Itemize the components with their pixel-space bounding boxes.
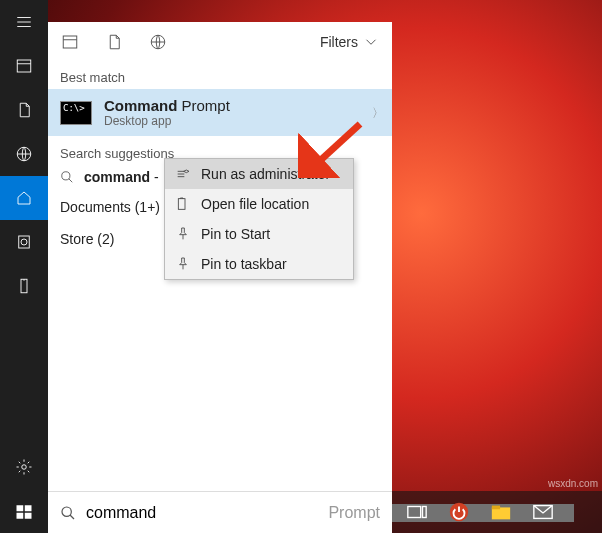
chevron-right-icon[interactable]: 〉 bbox=[372, 104, 384, 121]
svg-rect-21 bbox=[492, 506, 500, 510]
context-menu-pin-start[interactable]: Pin to Start bbox=[165, 219, 353, 249]
documents-tab-icon[interactable] bbox=[0, 88, 48, 132]
svg-rect-2 bbox=[19, 236, 30, 248]
result-title: Command Prompt bbox=[104, 97, 230, 114]
pin-icon bbox=[175, 226, 191, 242]
svg-rect-10 bbox=[25, 513, 32, 519]
svg-point-13 bbox=[62, 172, 70, 180]
device-tab-icon[interactable] bbox=[0, 264, 48, 308]
web-filter-icon[interactable] bbox=[148, 32, 168, 52]
documents-filter-icon[interactable] bbox=[104, 32, 124, 52]
svg-rect-14 bbox=[178, 199, 185, 210]
apps-tab-icon[interactable] bbox=[0, 44, 48, 88]
result-subtitle: Desktop app bbox=[104, 114, 230, 128]
chevron-down-icon bbox=[362, 33, 380, 51]
context-menu: Run as administrator Open file location … bbox=[164, 158, 354, 280]
power-icon[interactable] bbox=[448, 501, 470, 523]
svg-rect-8 bbox=[25, 505, 32, 511]
folder-icon bbox=[175, 196, 191, 212]
best-match-result[interactable]: C:\> Command Prompt Desktop app 〉 bbox=[48, 89, 392, 136]
home-tab-icon[interactable] bbox=[0, 176, 48, 220]
recent-tab-icon[interactable] bbox=[0, 220, 48, 264]
context-menu-open-location[interactable]: Open file location bbox=[165, 189, 353, 219]
svg-rect-0 bbox=[17, 60, 31, 72]
svg-rect-9 bbox=[17, 513, 24, 519]
filters-label: Filters bbox=[320, 34, 358, 50]
apps-filter-icon[interactable] bbox=[60, 32, 80, 52]
svg-rect-7 bbox=[17, 505, 24, 511]
mail-icon[interactable] bbox=[532, 501, 554, 523]
svg-rect-11 bbox=[63, 36, 77, 48]
pin-icon bbox=[175, 256, 191, 272]
best-match-heading: Best match bbox=[48, 62, 392, 89]
task-view-icon[interactable] bbox=[406, 501, 428, 523]
command-prompt-icon: C:\> bbox=[60, 101, 92, 125]
svg-point-5 bbox=[22, 465, 27, 470]
start-button[interactable] bbox=[0, 491, 48, 533]
context-menu-run-as-admin[interactable]: Run as administrator bbox=[165, 159, 353, 189]
settings-icon[interactable] bbox=[0, 445, 48, 489]
admin-shield-icon bbox=[175, 166, 191, 182]
context-menu-pin-taskbar[interactable]: Pin to taskbar bbox=[165, 249, 353, 279]
svg-rect-17 bbox=[408, 507, 421, 518]
search-panel-header: Filters bbox=[48, 22, 392, 62]
file-explorer-icon[interactable] bbox=[490, 501, 512, 523]
menu-icon[interactable] bbox=[0, 0, 48, 44]
svg-point-3 bbox=[21, 239, 27, 245]
cortana-sidebar bbox=[0, 0, 48, 533]
search-input-bar: Prompt bbox=[48, 491, 392, 533]
filters-dropdown[interactable]: Filters bbox=[320, 33, 380, 51]
svg-rect-4 bbox=[21, 279, 27, 293]
search-icon bbox=[60, 505, 76, 521]
search-icon bbox=[60, 170, 74, 184]
search-ghost-text: Prompt bbox=[328, 504, 380, 522]
web-tab-icon[interactable] bbox=[0, 132, 48, 176]
taskbar bbox=[392, 491, 602, 533]
svg-point-16 bbox=[62, 507, 71, 516]
svg-rect-18 bbox=[423, 507, 427, 518]
watermark: wsxdn.com bbox=[548, 478, 598, 489]
